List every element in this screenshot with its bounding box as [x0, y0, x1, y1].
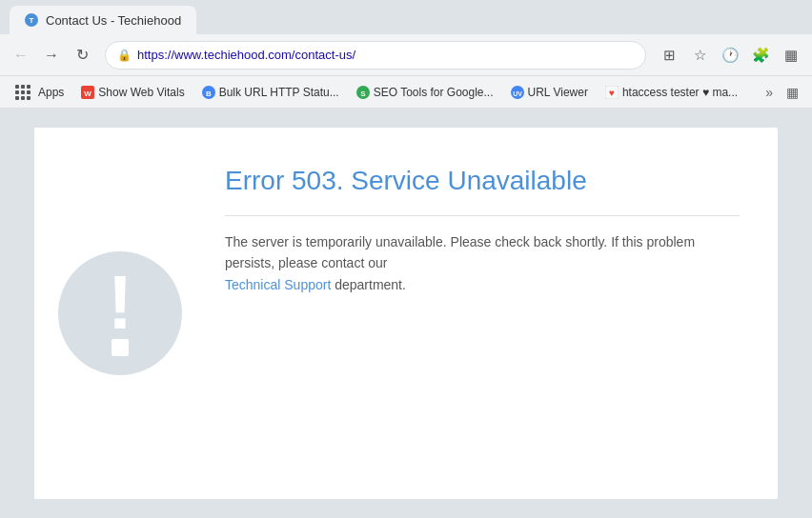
reading-list-button[interactable]: ▦ — [781, 81, 804, 104]
page-content: ! Error 503. Service Unavailable The ser… — [0, 109, 812, 518]
bookmark-seo-label: SEO Tools for Google... — [374, 86, 494, 99]
bookmark-apps-label: Apps — [38, 86, 64, 99]
address-bar[interactable]: 🔒 https://www.techiehood.com/contact-us/ — [105, 41, 646, 70]
svg-text:B: B — [206, 89, 212, 97]
bookmarks-more-button[interactable]: » — [760, 81, 779, 104]
exclamation-dot — [112, 339, 129, 356]
puzzle-icon: 🧩 — [752, 47, 770, 64]
bookmark-bulk-url[interactable]: B Bulk URL HTTP Statu... — [194, 82, 347, 103]
grid-icon: ⊞ — [663, 47, 676, 64]
sidebar-icon: ▦ — [784, 47, 798, 64]
history-button[interactable]: 🕐 — [717, 42, 743, 69]
lock-icon: 🔒 — [117, 49, 132, 62]
forward-button[interactable]: → — [38, 42, 65, 69]
error-content: Error 503. Service Unavailable The serve… — [206, 128, 778, 499]
bookmark-htaccess-label: htaccess tester ♥ ma... — [622, 86, 738, 99]
svg-text:T: T — [30, 16, 34, 25]
bookmarks-bar: Apps W Show Web Vitals B Bulk URL HTTP S… — [0, 76, 812, 109]
reload-button[interactable]: ↻ — [69, 42, 95, 69]
apps-grid-icon — [15, 85, 30, 100]
error-message-suffix: department. — [331, 277, 406, 292]
nav-actions: ⊞ ☆ 🕐 🧩 ▦ — [656, 42, 804, 69]
star-icon: ☆ — [694, 47, 706, 64]
bookmark-seo-tools[interactable]: S SEO Tools for Google... — [349, 82, 501, 103]
seo-tools-icon: S — [356, 86, 370, 99]
error-title: Error 503. Service Unavailable — [225, 166, 740, 196]
bookmark-bulk-url-label: Bulk URL HTTP Statu... — [219, 86, 339, 99]
bookmark-show-web-vitals[interactable]: W Show Web Vitals — [73, 82, 192, 103]
url-text: https://www.techiehood.com/contact-us/ — [137, 48, 634, 62]
active-tab[interactable]: T Contact Us - Techiehood — [10, 6, 196, 34]
bookmarks-button[interactable]: ⊞ — [656, 42, 682, 69]
show-web-vitals-icon: W — [81, 86, 94, 99]
navigation-bar: ← → ↻ 🔒 https://www.techiehood.com/conta… — [0, 34, 812, 76]
star-button[interactable]: ☆ — [686, 42, 713, 69]
tab-favicon: T — [25, 13, 38, 27]
error-message: The server is temporarily unavailable. P… — [225, 231, 740, 295]
back-button[interactable]: ← — [8, 42, 34, 69]
error-card: ! Error 503. Service Unavailable The ser… — [34, 128, 778, 499]
bookmark-apps[interactable]: Apps — [8, 81, 71, 104]
back-icon: ← — [13, 47, 29, 64]
exclamation-mark: ! — [108, 270, 133, 335]
menu-button[interactable]: ▦ — [778, 42, 804, 69]
url-viewer-icon: UV — [511, 86, 524, 99]
tab-title: Contact Us - Techiehood — [46, 13, 181, 28]
forward-icon: → — [44, 47, 59, 64]
htaccess-icon: ♥ — [605, 86, 619, 99]
bookmark-web-vitals-label: Show Web Vitals — [98, 86, 184, 99]
bookmark-url-viewer-label: URL Viewer — [528, 86, 588, 99]
svg-text:S: S — [360, 89, 366, 97]
bookmark-url-viewer[interactable]: UV URL Viewer — [503, 82, 596, 103]
extensions-button[interactable]: 🧩 — [747, 42, 774, 69]
reload-icon: ↻ — [76, 46, 89, 64]
error-message-text: The server is temporarily unavailable. P… — [225, 234, 695, 270]
technical-support-link[interactable]: Technical Support — [225, 277, 331, 292]
error-icon-section: ! — [34, 128, 206, 499]
error-divider — [225, 215, 740, 216]
svg-text:♥: ♥ — [609, 87, 615, 97]
svg-text:UV: UV — [513, 90, 522, 96]
bookmark-htaccess[interactable]: ♥ htaccess tester ♥ ma... — [598, 82, 745, 103]
svg-text:W: W — [85, 89, 92, 97]
bulk-url-icon: B — [202, 86, 215, 99]
clock-icon: 🕐 — [721, 47, 740, 64]
exclamation-circle: ! — [58, 251, 182, 375]
